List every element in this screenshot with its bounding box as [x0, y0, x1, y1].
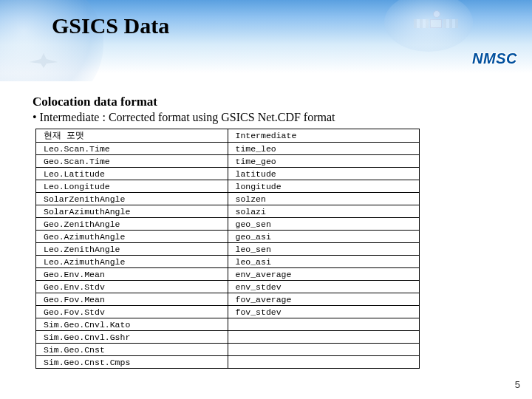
table-cell-right: solzen — [228, 193, 420, 205]
nmsc-logo: NMSC — [472, 50, 517, 67]
format-table-wrap: 현재 포맷IntermediateLeo.Scan.Timetime_leoGe… — [35, 129, 497, 369]
table-cell-left: Sim.Geo.Cnst — [36, 344, 228, 356]
table-cell-left: SolarZenithAngle — [36, 193, 228, 205]
table-cell-left: Leo.AzimuthAngle — [36, 256, 228, 268]
table-cell-left: Geo.Fov.Stdv — [36, 306, 228, 318]
table-row: Geo.AzimuthAnglegeo_asi — [36, 231, 420, 243]
header-banner: GSICS Data NMSC — [0, 0, 532, 81]
table-row: SolarZenithAnglesolzen — [36, 193, 420, 205]
table-cell-right: geo_sen — [228, 218, 420, 231]
table-cell-right — [228, 318, 420, 331]
table-cell-left: Leo.Longitude — [36, 180, 228, 193]
table-row: Geo.ZenithAnglegeo_sen — [36, 218, 420, 231]
table-row: Geo.Scan.Timetime_geo — [36, 155, 420, 168]
table-cell-left: Geo.AzimuthAngle — [36, 231, 228, 243]
table-cell-left: Geo.Env.Mean — [36, 268, 228, 281]
table-row: Leo.AzimuthAngleleo_asi — [36, 256, 420, 268]
table-row: Leo.Latitudelatitude — [36, 168, 420, 180]
table-cell-right: time_leo — [228, 143, 420, 155]
table-cell-right — [228, 344, 420, 356]
table-header-right: Intermediate — [228, 129, 420, 143]
table-cell-right — [228, 331, 420, 344]
table-row: Geo.Fov.Meanfov_average — [36, 293, 420, 306]
table-cell-right: leo_asi — [228, 256, 420, 268]
table-cell-right: env_stdev — [228, 281, 420, 293]
table-cell-right: latitude — [228, 168, 420, 180]
table-row: Geo.Fov.Stdvfov_stdev — [36, 306, 420, 318]
table-row: SolarAzimuthAnglesolazi — [36, 205, 420, 218]
table-cell-right: time_geo — [228, 155, 420, 168]
section-heading: Colocation data format — [33, 95, 499, 109]
table-cell-left: Geo.Env.Stdv — [36, 281, 228, 293]
table-cell-left: Sim.Geo.Cnvl.Kato — [36, 318, 228, 331]
bullet-line: • Intermediate : Corrected format using … — [33, 111, 499, 124]
table-row: Sim.Geo.Cnst — [36, 344, 420, 356]
table-cell-left: Geo.Scan.Time — [36, 155, 228, 168]
table-cell-right: env_average — [228, 268, 420, 281]
table-cell-left: Geo.ZenithAngle — [36, 218, 228, 231]
table-row: Sim.Geo.Cnvl.Kato — [36, 318, 420, 331]
table-row: Sim.Geo.Cnvl.Gshr — [36, 331, 420, 344]
content-area: Colocation data format • Intermediate : … — [0, 81, 532, 124]
format-table: 현재 포맷IntermediateLeo.Scan.Timetime_leoGe… — [35, 129, 420, 369]
table-row: Geo.Env.Stdvenv_stdev — [36, 281, 420, 293]
table-cell-right: fov_average — [228, 293, 420, 306]
table-cell-right: geo_asi — [228, 231, 420, 243]
table-cell-left: Sim.Geo.Cnvl.Gshr — [36, 331, 228, 344]
table-cell-left: Leo.Scan.Time — [36, 143, 228, 155]
satellite-decoration-left — [30, 53, 58, 68]
table-row: Geo.Env.Meanenv_average — [36, 268, 420, 281]
table-row: Leo.Scan.Timetime_leo — [36, 143, 420, 155]
table-header-left: 현재 포맷 — [36, 129, 228, 143]
table-cell-left: Leo.ZenithAngle — [36, 243, 228, 256]
page-number: 5 — [515, 379, 520, 390]
table-cell-left: SolarAzimuthAngle — [36, 205, 228, 218]
table-cell-left: Sim.Geo.Cnst.Cmps — [36, 356, 228, 369]
table-cell-right: longitude — [228, 180, 420, 193]
table-row: Sim.Geo.Cnst.Cmps — [36, 356, 420, 369]
table-cell-right: solazi — [228, 205, 420, 218]
table-cell-right — [228, 356, 420, 369]
table-cell-right: fov_stdev — [228, 306, 420, 318]
satellite-decoration-right — [414, 9, 458, 38]
page-title: GSICS Data — [52, 13, 169, 38]
table-cell-left: Leo.Latitude — [36, 168, 228, 180]
table-cell-left: Geo.Fov.Mean — [36, 293, 228, 306]
table-cell-right: leo_sen — [228, 243, 420, 256]
table-header-row: 현재 포맷Intermediate — [36, 129, 420, 143]
table-row: Leo.ZenithAngleleo_sen — [36, 243, 420, 256]
table-row: Leo.Longitudelongitude — [36, 180, 420, 193]
